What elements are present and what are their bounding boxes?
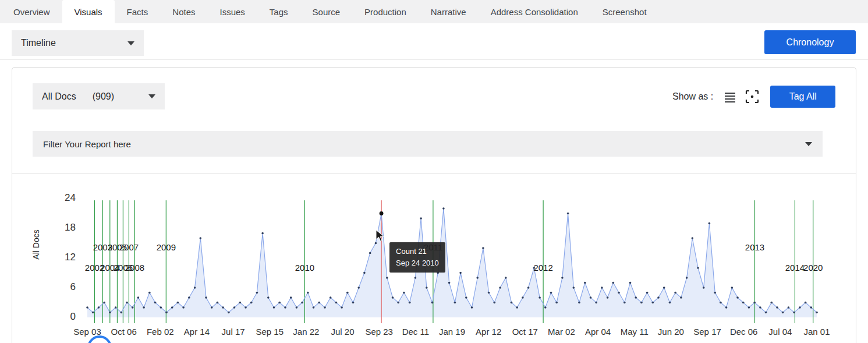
tooltip-count: Count 21: [396, 246, 439, 257]
tab-facts[interactable]: Facts: [115, 0, 161, 23]
y-tick-label: 24: [50, 192, 76, 204]
year-label-2020: 2020: [803, 263, 823, 273]
mouse-cursor-icon: [375, 229, 386, 245]
tab-address-consolidation[interactable]: Address Consolidation: [479, 0, 590, 23]
screenshot-view-icon[interactable]: [743, 88, 761, 105]
tab-narrative[interactable]: Narrative: [419, 0, 479, 23]
x-tick-label: Mar 02: [548, 327, 575, 337]
all-docs-select-label: All Docs: [42, 91, 76, 102]
x-tick-label: Jul 20: [331, 327, 355, 337]
tab-issues[interactable]: Issues: [207, 0, 257, 23]
tab-source[interactable]: Source: [300, 0, 353, 23]
timeline-view-select[interactable]: Timeline: [12, 30, 144, 56]
x-tick-label: Apr 12: [476, 327, 501, 337]
panel-divider: [12, 173, 856, 174]
y-axis-title: All Docs: [16, 239, 56, 250]
tab-visuals[interactable]: Visuals: [62, 0, 115, 23]
filter-report-input[interactable]: Filter Your Report here: [33, 131, 823, 157]
filter-report-placeholder: Filter Your Report here: [43, 139, 131, 149]
x-tick-label: Jan 19: [439, 327, 465, 337]
y-tick-label: 18: [50, 222, 76, 234]
tag-all-button[interactable]: Tag All: [770, 86, 835, 108]
x-tick-label: Jan 22: [293, 327, 319, 337]
y-tick-label: 12: [50, 252, 76, 263]
show-as-label: Show as :: [672, 91, 713, 102]
x-tick-label: Dec 06: [730, 327, 758, 337]
tooltip-date: Sep 24 2010: [396, 257, 439, 269]
tab-production[interactable]: Production: [352, 0, 419, 23]
timeline-chart[interactable]: [87, 199, 817, 326]
x-tick-label: Oct 06: [111, 327, 137, 337]
chevron-down-icon: [127, 41, 134, 45]
year-label-2013: 2013: [745, 242, 764, 252]
x-tick-label: Dec 11: [402, 327, 429, 337]
year-label-2008: 2008: [125, 263, 144, 273]
x-tick-label: Sep 15: [256, 327, 284, 337]
x-tick-label: Jul 17: [222, 327, 245, 337]
tab-overview[interactable]: Overview: [1, 0, 62, 23]
chevron-down-icon: [805, 142, 812, 146]
tab-tags[interactable]: Tags: [257, 0, 300, 23]
chevron-down-icon: [148, 94, 155, 98]
y-tick-label: 0: [50, 311, 76, 323]
year-label-2007: 2007: [119, 242, 139, 252]
chronology-button[interactable]: Chronology: [764, 30, 856, 54]
page: OverviewVisualsFactsNotesIssuesTagsSourc…: [0, 0, 868, 343]
all-docs-count: (909): [93, 91, 114, 102]
chart-tooltip: Count 21 Sep 24 2010: [389, 242, 445, 273]
x-tick-label: Apr 14: [184, 327, 210, 337]
x-tick-label: Apr 04: [585, 327, 611, 337]
x-tick-label: Jan 01: [803, 327, 830, 337]
timeline-select-value: Timeline: [21, 38, 56, 48]
x-tick-label: Jul 04: [768, 327, 792, 337]
year-label-2010: 2010: [295, 263, 314, 273]
header-row: Timeline Chronology: [0, 23, 868, 60]
x-tick-label: May 11: [621, 327, 649, 337]
tab-bar: OverviewVisualsFactsNotesIssuesTagsSourc…: [0, 0, 868, 23]
tab-screenshot[interactable]: Screenshot: [590, 0, 659, 23]
year-label-2014: 2014: [785, 263, 805, 273]
tab-notes[interactable]: Notes: [160, 0, 207, 23]
x-tick-label: Oct 17: [512, 327, 538, 337]
all-docs-select[interactable]: All Docs (909): [33, 83, 165, 109]
x-tick-label: Jun 20: [658, 327, 684, 337]
x-tick-label: Sep 23: [365, 327, 393, 337]
show-as-controls: Show as : Tag All: [672, 83, 835, 109]
x-tick-label: Feb 02: [147, 327, 174, 337]
year-label-2009: 2009: [157, 242, 176, 252]
list-view-icon[interactable]: [721, 88, 739, 105]
y-tick-label: 6: [50, 281, 76, 293]
x-tick-label: Sep 17: [693, 327, 721, 337]
year-label-2012: 2012: [533, 263, 552, 273]
